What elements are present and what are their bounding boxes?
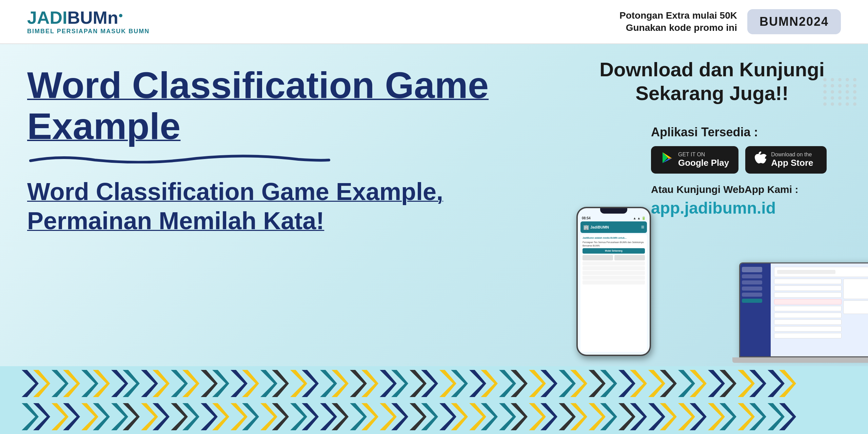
webapp-label: Atau Kunjungi WebApp Kami : (651, 184, 848, 195)
svg-marker-71 (231, 403, 248, 430)
svg-marker-73 (260, 403, 277, 430)
svg-marker-101 (678, 403, 695, 430)
pattern-item (408, 402, 438, 432)
google-play-icon (660, 152, 674, 168)
pattern-item (528, 369, 557, 398)
svg-marker-13 (141, 370, 158, 397)
webapp-url[interactable]: app.jadibumn.id (651, 199, 848, 217)
svg-marker-77 (320, 403, 337, 430)
logo-dot (119, 14, 122, 17)
pattern-item (349, 402, 378, 432)
logo-bumn: BUMn (67, 9, 122, 26)
pattern-item (707, 369, 736, 398)
pattern-item (557, 369, 587, 398)
google-play-text: GET IT ON Google Play (678, 152, 729, 168)
app-store-button[interactable]: Download on the App Store (745, 146, 827, 174)
pattern-item (677, 369, 707, 398)
promo-area: Potongan Extra mulai 50K Gunakan kode pr… (619, 9, 841, 34)
svg-marker-67 (171, 403, 188, 430)
svg-marker-41 (559, 370, 576, 397)
svg-marker-53 (738, 370, 755, 397)
pattern-item (617, 369, 647, 398)
pattern-item (438, 369, 468, 398)
svg-marker-51 (708, 370, 725, 397)
pattern-item (647, 369, 677, 398)
apple-icon (755, 152, 767, 168)
svg-marker-23 (290, 370, 307, 397)
svg-marker-107 (768, 403, 785, 430)
svg-marker-63 (111, 403, 128, 430)
svg-marker-5 (22, 370, 39, 397)
svg-marker-61 (81, 403, 98, 430)
svg-marker-17 (201, 370, 218, 397)
pattern-item (110, 369, 140, 398)
pattern-item (289, 402, 319, 432)
svg-marker-95 (589, 403, 606, 430)
pattern-item (587, 402, 617, 432)
svg-marker-57 (22, 403, 39, 430)
svg-marker-15 (171, 370, 188, 397)
svg-marker-43 (589, 370, 606, 397)
svg-marker-83 (410, 403, 427, 430)
dots-decoration (823, 78, 858, 106)
pattern-item (229, 369, 259, 398)
svg-marker-33 (439, 370, 456, 397)
svg-marker-91 (529, 403, 546, 430)
left-content: Word Classification Game Example Word Cl… (0, 44, 563, 366)
logo-subtitle: BIMBEL PERSIAPAN MASUK BUMN (27, 28, 150, 35)
pattern-item (50, 402, 80, 432)
pattern-item (170, 402, 199, 432)
app-buttons: GET IT ON Google Play Download on the (651, 146, 848, 174)
pattern-item (50, 369, 80, 398)
svg-marker-99 (648, 403, 665, 430)
pattern-item (528, 402, 557, 432)
svg-marker-7 (52, 370, 68, 397)
sub-title: Word Classification Game Example, Permai… (27, 177, 536, 236)
laptop-mockup (739, 262, 868, 363)
main-content: Word Classification Game Example Word Cl… (0, 44, 868, 366)
bottom-pattern (0, 366, 868, 434)
svg-marker-103 (708, 403, 725, 430)
app-store-text: Download on the App Store (771, 152, 813, 168)
google-play-button[interactable]: GET IT ON Google Play (651, 146, 738, 174)
svg-marker-59 (52, 403, 68, 430)
promo-text: Potongan Extra mulai 50K Gunakan kode pr… (619, 9, 737, 34)
pattern-item (438, 402, 468, 432)
pattern-item (587, 369, 617, 398)
pattern-item (319, 369, 349, 398)
svg-marker-55 (768, 370, 785, 397)
svg-marker-29 (380, 370, 397, 397)
download-title: Download dan Kunjungi Sekarang Juga!! (576, 58, 848, 105)
svg-marker-93 (559, 403, 576, 430)
pattern-item (140, 402, 170, 432)
svg-marker-45 (618, 370, 635, 397)
svg-marker-21 (260, 370, 277, 397)
pattern-item (289, 369, 319, 398)
svg-marker-47 (648, 370, 665, 397)
svg-marker-49 (678, 370, 695, 397)
svg-marker-105 (738, 403, 755, 430)
pattern-item (378, 402, 408, 432)
pattern-row-1 (20, 369, 796, 398)
svg-marker-87 (469, 403, 486, 430)
main-title: Word Classification Game Example (27, 64, 536, 146)
pattern-item (736, 369, 766, 398)
pattern-item (140, 369, 170, 398)
svg-marker-75 (290, 403, 307, 430)
svg-marker-69 (201, 403, 218, 430)
pattern-item (408, 369, 438, 398)
svg-marker-27 (350, 370, 367, 397)
pattern-item (468, 402, 498, 432)
svg-marker-25 (320, 370, 337, 397)
svg-marker-85 (439, 403, 456, 430)
phone-mockup: 08:54 ▲ ▲ 🔋 🏢 JadiBUMN ≡ JadiBumn adalah… (576, 207, 651, 356)
promo-code: BUMN2024 (747, 9, 841, 34)
svg-marker-65 (141, 403, 158, 430)
pattern-item (468, 369, 498, 398)
pattern-item (259, 402, 289, 432)
pattern-row-2 (20, 402, 796, 432)
svg-marker-35 (469, 370, 486, 397)
logo-area: JADI BUMn BIMBEL PERSIAPAN MASUK BUMN (27, 9, 150, 35)
pattern-item (319, 402, 349, 432)
svg-marker-89 (499, 403, 516, 430)
